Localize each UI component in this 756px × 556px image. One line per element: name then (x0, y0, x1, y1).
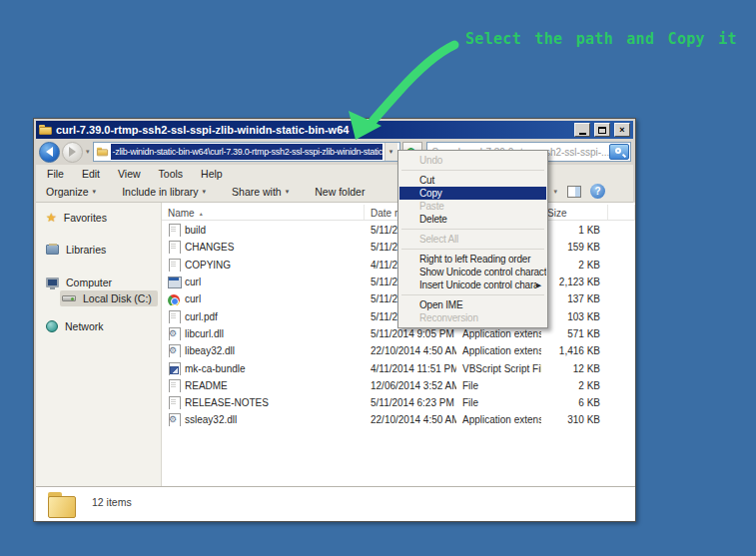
sidebar-item-label: Libraries (66, 244, 106, 256)
address-selected-path[interactable]: -zlib-winidn-static-bin-w64\curl-7.39.0-… (111, 144, 382, 160)
menu-tools[interactable]: Tools (150, 167, 193, 181)
file-type-cell: File (456, 397, 541, 408)
address-dropdown-button[interactable]: ▾ (384, 143, 397, 161)
items-count: 12 items (92, 496, 132, 508)
file-date-cell: 22/10/2014 4:50 AM (365, 414, 456, 425)
context-menu-item-label: Insert Unicode control character (419, 278, 536, 291)
context-menu-item-label: Select All (419, 233, 546, 246)
forward-button[interactable] (62, 142, 83, 163)
star-icon: ★ (46, 212, 57, 224)
dll-file-icon: ⚙ (168, 327, 180, 340)
context-menu-item-cut[interactable]: Cut (399, 174, 546, 187)
file-name-label: curl (185, 277, 201, 287)
context-menu-item-copy[interactable]: Copy (399, 187, 546, 200)
details-pane: 12 items (36, 486, 635, 521)
file-row[interactable]: ⚙libeay32.dll22/10/2014 4:50 AMApplicati… (162, 342, 635, 359)
back-icon (46, 147, 53, 157)
vbs-file-icon (168, 362, 180, 375)
file-row[interactable]: ⚙ssleay32.dll22/10/2014 4:50 AMApplicati… (162, 411, 635, 428)
file-size-cell: 1,416 KB (541, 345, 608, 356)
maximize-button[interactable] (594, 123, 610, 137)
toolbar-include-in-library[interactable]: Include in library▾ (122, 186, 206, 198)
sidebar-item-label: Local Disk (C:) (83, 292, 152, 304)
sidebar-item-computer[interactable]: Computer (46, 275, 112, 290)
chevron-down-icon: ▾ (286, 188, 290, 196)
file-row[interactable]: mk-ca-bundle4/11/2014 11:51 PMVBScript S… (162, 359, 635, 376)
file-row[interactable]: RELEASE-NOTES5/11/2014 6:23 PMFile6 KB (162, 394, 635, 411)
file-name-cell: ⚙libcurl.dll (162, 327, 365, 340)
file-size-cell: 310 KB (541, 414, 608, 425)
column-header-size[interactable]: Size (541, 205, 608, 220)
file-size-cell: 103 KB (541, 311, 608, 322)
sidebar-item-favorites[interactable]: ★Favorites (46, 210, 107, 226)
file-size-cell: 2,123 KB (541, 277, 608, 287)
toolbar-new-folder[interactable]: New folder (315, 186, 365, 198)
context-menu-item-open-ime[interactable]: Open IME (399, 298, 546, 311)
minimize-icon (579, 133, 586, 135)
menu-edit[interactable]: Edit (73, 167, 109, 181)
recent-pages-chevron-icon[interactable]: ▾ (85, 148, 91, 156)
window-title: curl-7.39.0-rtmp-ssh2-ssl-sspi-zlib-wini… (56, 124, 570, 136)
views-chevron-icon[interactable]: ▾ (552, 188, 558, 196)
context-menu-item-delete[interactable]: Delete (399, 213, 546, 226)
close-button[interactable]: × (614, 123, 630, 137)
column-header-label: Name (168, 208, 195, 219)
toolbar-item-label: Include in library (122, 186, 198, 198)
dll-file-icon: ⚙ (168, 413, 180, 426)
sidebar-item-local-disk-c-[interactable]: Local Disk (C:) (60, 290, 158, 306)
context-menu-item-insert-unicode-control-character[interactable]: Insert Unicode control character▶ (399, 278, 546, 291)
context-menu-item-right-to-left-reading-order[interactable]: Right to left Reading order (399, 253, 546, 266)
gear-icon: ⚙ (169, 346, 177, 355)
file-row[interactable]: README12/06/2014 3:52 AMFile2 KB (162, 377, 635, 394)
computer-icon (46, 278, 59, 287)
file-date-cell: 12/06/2014 3:52 AM (365, 380, 456, 391)
help-button[interactable]: ? (590, 184, 605, 199)
search-button[interactable] (609, 144, 629, 160)
forward-icon (69, 147, 76, 157)
sidebar-item-libraries[interactable]: Libraries (46, 242, 106, 258)
context-menu-item-label: Reconversion (419, 311, 546, 324)
file-name-label: curl.pdf (185, 311, 218, 322)
details-folder-icon (48, 492, 78, 518)
sidebar-item-network[interactable]: Network (46, 318, 104, 334)
menu-view[interactable]: View (109, 167, 150, 181)
context-menu-item-show-unicode-control-characters[interactable]: Show Unicode control characters (399, 266, 546, 278)
context-menu-item-label: Undo (419, 154, 546, 167)
maximize-icon (598, 127, 606, 134)
file-name-cell: mk-ca-bundle (162, 362, 365, 375)
toolbar-organize[interactable]: Organize▾ (46, 186, 96, 198)
chevron-down-icon: ▾ (203, 188, 207, 196)
file-name-cell: ⚙ssleay32.dll (162, 413, 365, 426)
file-type-cell: Application extension (456, 345, 541, 356)
toolbar-item-label: New folder (315, 186, 365, 198)
file-size-cell: 1 KB (541, 225, 608, 236)
file-type-cell: Application extension (456, 328, 541, 339)
file-name-label: ssleay32.dll (185, 414, 237, 425)
doc-file-icon (168, 241, 180, 254)
context-menu-separator (401, 249, 544, 250)
file-name-label: libcurl.dll (185, 328, 224, 339)
menu-help[interactable]: Help (192, 167, 232, 181)
title-bar[interactable]: curl-7.39.0-rtmp-ssh2-ssl-sspi-zlib-wini… (36, 121, 633, 139)
minimize-button[interactable] (574, 123, 590, 137)
file-name-cell: CHANGES (162, 241, 365, 254)
column-header-name[interactable]: Name▴ (162, 205, 365, 220)
toolbar-share-with[interactable]: Share with▾ (232, 186, 289, 198)
gear-icon: ⚙ (169, 415, 177, 424)
context-menu-item-label: Delete (419, 213, 546, 226)
file-name-label: mk-ca-bundle (185, 363, 246, 374)
context-menu: UndoCutCopyPasteDeleteSelect AllRight to… (397, 150, 548, 328)
file-name-cell: curl (162, 293, 365, 305)
preview-pane-icon[interactable] (567, 186, 581, 198)
file-name-label: build (185, 225, 206, 236)
file-date-cell: 22/10/2014 4:50 AM (365, 345, 456, 356)
libraries-icon (46, 245, 59, 255)
context-menu-item-label: Paste (419, 200, 546, 213)
back-button[interactable] (39, 142, 60, 163)
dll-file-icon: ⚙ (168, 344, 180, 357)
menu-file[interactable]: File (38, 167, 73, 181)
sort-ascending-icon: ▴ (200, 210, 203, 217)
doc-file-icon (168, 379, 180, 392)
address-input[interactable]: -zlib-winidn-static-bin-w64\curl-7.39.0-… (93, 142, 400, 162)
file-size-cell: 12 KB (541, 363, 608, 374)
